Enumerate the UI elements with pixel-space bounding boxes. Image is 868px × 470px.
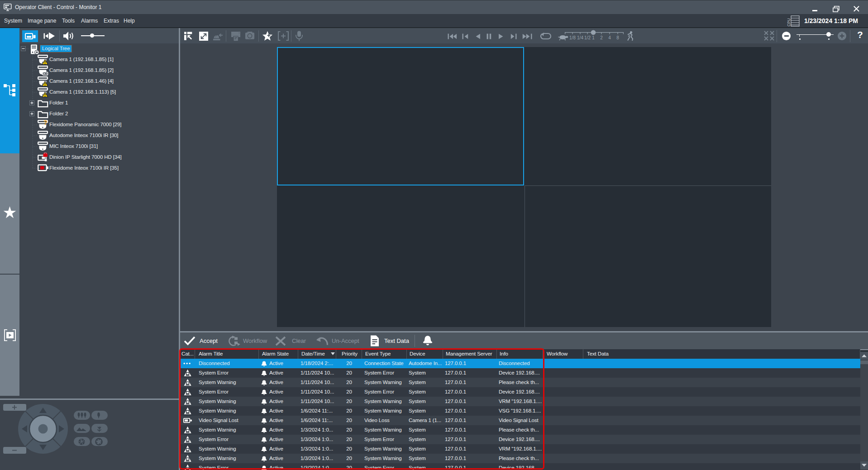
svg-text:CPU: CPU xyxy=(787,19,791,27)
svg-text:1/2: 1/2 xyxy=(584,35,591,40)
svg-text:8: 8 xyxy=(616,35,619,40)
svg-text:1/4: 1/4 xyxy=(577,35,583,40)
svg-text:?: ? xyxy=(43,120,48,126)
svg-text:2: 2 xyxy=(600,35,603,40)
svg-text:1/8: 1/8 xyxy=(569,35,576,40)
svg-text:4: 4 xyxy=(608,35,611,40)
svg-text:1: 1 xyxy=(592,35,595,40)
